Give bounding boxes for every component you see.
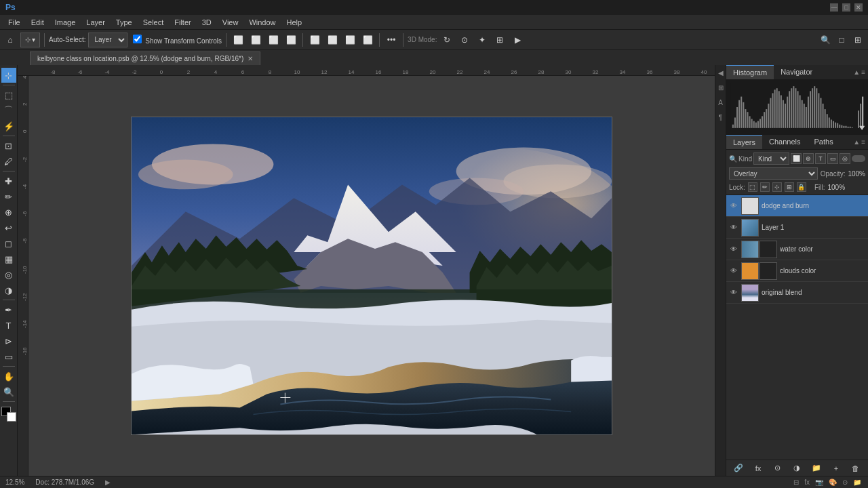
tab-channels[interactable]: Channels	[762, 135, 807, 149]
new-group-button[interactable]: 📁	[809, 461, 824, 476]
home-button[interactable]: ⌂	[3, 33, 18, 47]
add-layer-style-button[interactable]: fx	[751, 461, 766, 476]
move-tool[interactable]: ⊹	[1, 68, 16, 83]
auto-select-dropdown[interactable]: Layer Group	[88, 33, 127, 47]
tab-navigator[interactable]: Navigator	[774, 65, 819, 79]
histogram-menu[interactable]: ≡	[861, 68, 865, 76]
filter-kind-select[interactable]: Kind Name Effect	[753, 152, 789, 165]
menu-image[interactable]: Image	[50, 17, 81, 28]
fill-value[interactable]: 100%	[827, 184, 845, 191]
search-button[interactable]: 🔍	[818, 33, 833, 47]
opacity-value[interactable]: 100%	[848, 170, 865, 178]
menu-type[interactable]: Type	[111, 17, 138, 28]
rotate-3d-button[interactable]: ↻	[439, 33, 454, 47]
layer-item-dodge-burn[interactable]: 👁 dodge and burn	[726, 195, 868, 217]
document-tab-close[interactable]: ✕	[248, 55, 253, 62]
menu-window[interactable]: Window	[243, 17, 281, 28]
layer-visibility-original-blend[interactable]: 👁	[729, 288, 738, 298]
blur-tool[interactable]: ◎	[1, 267, 16, 282]
rectangle-select-tool[interactable]: ⬚	[1, 87, 16, 102]
new-layer-button[interactable]: +	[829, 461, 844, 476]
status-icon-toolbar[interactable]: ⊟	[792, 479, 800, 486]
close-button[interactable]: ✕	[854, 3, 863, 12]
lock-pixels-button[interactable]: ✏	[760, 182, 770, 192]
pen-tool[interactable]: ✒	[1, 302, 16, 317]
gradient-tool[interactable]: ▦	[1, 251, 16, 266]
align-center-h-button[interactable]: ⬜	[248, 33, 263, 47]
layer-visibility-layer1[interactable]: 👁	[729, 223, 738, 232]
zoom-3d-button[interactable]: ⊞	[492, 33, 507, 47]
path-select-tool[interactable]: ⊳	[1, 333, 16, 348]
tab-histogram[interactable]: Histogram	[726, 65, 774, 79]
lock-move-button[interactable]: ⊹	[772, 182, 782, 192]
link-layers-button[interactable]: 🔗	[731, 461, 746, 476]
layer-item-original-blend[interactable]: 👁 original blend	[726, 282, 868, 304]
layer-item-clouds-color[interactable]: 👁 clouds color	[726, 260, 868, 282]
filter-icon-shape[interactable]: ▭	[827, 153, 838, 164]
healing-brush-tool[interactable]: ✚	[1, 174, 16, 188]
status-camera-icon[interactable]: 📷	[814, 479, 825, 486]
menu-filter[interactable]: Filter	[169, 17, 196, 28]
shape-tool[interactable]: ▭	[1, 349, 16, 364]
filter-icon-adj[interactable]: ⊕	[803, 153, 814, 164]
layers-menu[interactable]: ≡	[861, 138, 865, 146]
align-middle-v-button[interactable]: ⬜	[325, 33, 340, 47]
blend-mode-select[interactable]: Overlay Normal Multiply Screen Soft Ligh…	[729, 167, 818, 180]
zoom-tool[interactable]: 🔍	[1, 384, 16, 399]
panel-icon-2[interactable]: A	[716, 98, 726, 107]
filter-icon-text[interactable]: T	[815, 153, 826, 164]
layer-visibility-water-color[interactable]: 👁	[729, 245, 738, 254]
lasso-tool[interactable]: ⌒	[1, 103, 16, 118]
lock-all-button[interactable]: 🔒	[797, 182, 806, 192]
eraser-tool[interactable]: ◻	[1, 236, 16, 251]
clone-stamp-tool[interactable]: ⊕	[1, 205, 16, 220]
status-folder-icon[interactable]: 📁	[852, 479, 863, 486]
panel-icon-1[interactable]: ⊞	[716, 83, 726, 92]
maximize-button[interactable]: □	[842, 3, 850, 12]
align-left-button[interactable]: ⬜	[231, 33, 245, 47]
add-mask-button[interactable]: ⊙	[770, 461, 785, 476]
slide-3d-button[interactable]: ▶	[510, 33, 525, 47]
hand-tool[interactable]: ✋	[1, 369, 16, 384]
pan-3d-button[interactable]: ✦	[475, 33, 490, 47]
panel-icon-3[interactable]: ¶	[716, 113, 726, 122]
new-fill-adj-layer-button[interactable]: ◑	[789, 461, 804, 476]
filter-icon-pixel[interactable]: ⬜	[791, 153, 802, 164]
align-bottom-button[interactable]: ⬜	[342, 33, 357, 47]
status-mask-icon[interactable]: ⊙	[841, 479, 849, 486]
tab-paths[interactable]: Paths	[808, 135, 840, 149]
menu-help[interactable]: Help	[281, 17, 308, 28]
panel-collapse-button[interactable]: ◀	[716, 68, 726, 77]
status-color-icon[interactable]: 🎨	[827, 479, 838, 486]
layer-item-layer1[interactable]: 👁 Layer 1	[726, 217, 868, 239]
menu-3d[interactable]: 3D	[197, 17, 217, 28]
move-tool-button[interactable]: ⊹ ▾	[20, 33, 40, 47]
crop-tool[interactable]: ⊡	[1, 138, 16, 153]
lock-artboard-button[interactable]: ⊞	[785, 182, 794, 192]
more-options-button[interactable]: •••	[384, 33, 399, 47]
align-top-button[interactable]: ⬜	[307, 33, 322, 47]
dodge-tool[interactable]: ◑	[1, 283, 16, 298]
minimize-button[interactable]: —	[830, 3, 838, 12]
document-tab[interactable]: kelbyone class on location.psb @ 12.5% (…	[30, 52, 260, 65]
filter-toggle[interactable]	[852, 155, 865, 162]
menu-file[interactable]: File	[3, 17, 26, 28]
history-brush-tool[interactable]: ↩	[1, 220, 16, 235]
title-bar-controls[interactable]: — □ ✕	[830, 3, 863, 12]
arrange-button[interactable]: ⊞	[850, 33, 865, 47]
lock-transparent-button[interactable]: ⬚	[748, 182, 757, 192]
menu-edit[interactable]: Edit	[26, 17, 50, 28]
align-distribute-button[interactable]: ⬜	[283, 33, 298, 47]
workspace-button[interactable]: □	[834, 33, 849, 47]
transform-checkbox[interactable]	[133, 35, 142, 43]
menu-select[interactable]: Select	[138, 17, 170, 28]
text-tool[interactable]: T	[1, 318, 16, 333]
rotate-object-button[interactable]: ⊙	[457, 33, 472, 47]
menu-layer[interactable]: Layer	[81, 17, 111, 28]
tab-layers[interactable]: Layers	[726, 135, 762, 149]
histogram-expand[interactable]: ▲	[853, 68, 860, 76]
brush-tool[interactable]: ✏	[1, 189, 16, 204]
foreground-background-colors[interactable]	[1, 407, 16, 422]
quick-select-tool[interactable]: ⚡	[1, 119, 16, 134]
delete-layer-button[interactable]: 🗑	[848, 461, 863, 476]
